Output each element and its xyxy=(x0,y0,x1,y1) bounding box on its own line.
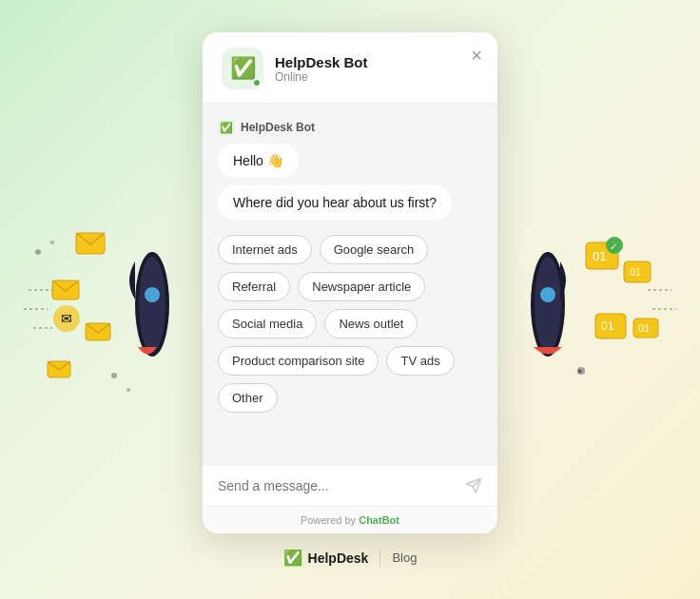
svg-rect-27 xyxy=(633,319,658,338)
svg-rect-5 xyxy=(86,323,110,340)
svg-rect-21 xyxy=(624,261,651,282)
blog-link[interactable]: Blog xyxy=(392,551,417,565)
right-decoration: 01 01 ✓ 01 01 ★ xyxy=(500,157,700,442)
bot-avatar-icon: ✅ xyxy=(230,56,256,81)
bottom-bar: ✅ HelpDesk Blog xyxy=(283,549,418,567)
bot-message-header: ✅ HelpDesk Bot xyxy=(218,119,482,136)
question-bubble: Where did you hear about us first? xyxy=(218,185,482,235)
svg-text:01: 01 xyxy=(630,266,641,278)
footer-divider xyxy=(379,550,380,567)
svg-point-16 xyxy=(531,252,565,357)
left-decoration: ✉ xyxy=(0,157,200,442)
svg-point-0 xyxy=(135,252,169,357)
svg-point-12 xyxy=(35,249,41,255)
svg-point-18 xyxy=(540,287,555,302)
chat-body: ✅ HelpDesk Bot Hello 👋 Where did you hea… xyxy=(203,104,497,465)
message-input[interactable] xyxy=(218,478,465,493)
bot-icon-small: ✅ xyxy=(218,119,235,136)
bot-info: HelpDesk Bot Online xyxy=(275,54,478,84)
svg-rect-19 xyxy=(586,242,618,269)
option-other[interactable]: Other xyxy=(218,383,278,413)
powered-by-text: Powered by xyxy=(301,514,359,526)
svg-text:01: 01 xyxy=(638,322,650,334)
powered-by-bar: Powered by ChatBot xyxy=(203,506,497,533)
svg-text:01: 01 xyxy=(593,249,606,263)
send-button[interactable] xyxy=(465,477,482,494)
close-button[interactable]: × xyxy=(471,46,482,65)
greeting-text: Hello 👋 xyxy=(218,144,299,178)
send-icon xyxy=(465,477,482,494)
question-text: Where did you hear about us first? xyxy=(218,185,452,220)
options-grid: Internet ads Google search Referral News… xyxy=(218,235,482,413)
option-referral[interactable]: Referral xyxy=(218,272,290,301)
chat-widget: ✅ HelpDesk Bot Online × ✅ HelpDesk Bot H… xyxy=(203,32,497,533)
greeting-bubble: Hello 👋 xyxy=(218,144,482,185)
helpdesk-check-icon: ✅ xyxy=(283,549,302,567)
option-product-comparison[interactable]: Product comparison site xyxy=(218,346,379,376)
svg-point-15 xyxy=(126,388,130,392)
option-news-outlet[interactable]: News outlet xyxy=(324,309,418,338)
option-tv-ads[interactable]: TV ads xyxy=(386,346,454,376)
svg-point-14 xyxy=(111,373,117,378)
svg-point-17 xyxy=(535,257,561,352)
chat-input-area xyxy=(203,465,497,506)
svg-point-13 xyxy=(50,241,54,244)
helpdesk-logo: ✅ HelpDesk xyxy=(283,549,369,567)
chat-header: ✅ HelpDesk Bot Online × xyxy=(203,32,497,104)
svg-point-1 xyxy=(139,257,165,352)
svg-rect-3 xyxy=(76,233,105,254)
bot-avatar: ✅ xyxy=(222,48,263,89)
option-social-media[interactable]: Social media xyxy=(218,309,317,338)
helpdesk-logo-text: HelpDesk xyxy=(308,551,369,566)
svg-rect-4 xyxy=(52,280,79,300)
bot-name: HelpDesk Bot xyxy=(275,54,478,70)
svg-text:01: 01 xyxy=(601,319,614,333)
chatbot-link[interactable]: ChatBot xyxy=(359,514,399,526)
svg-point-29 xyxy=(577,367,585,375)
svg-point-23 xyxy=(606,237,623,254)
svg-text:✓: ✓ xyxy=(610,242,617,252)
svg-text:★: ★ xyxy=(576,367,583,376)
svg-text:✉: ✉ xyxy=(61,311,72,326)
bot-label: HelpDesk Bot xyxy=(241,121,315,134)
svg-rect-25 xyxy=(595,314,626,338)
svg-point-7 xyxy=(53,305,80,332)
option-newspaper-article[interactable]: Newspaper article xyxy=(298,272,425,301)
svg-point-2 xyxy=(145,287,160,302)
bot-status: Online xyxy=(275,70,478,84)
option-google-search[interactable]: Google search xyxy=(320,235,429,264)
option-internet-ads[interactable]: Internet ads xyxy=(218,235,312,264)
bot-status-indicator xyxy=(252,78,262,87)
svg-rect-6 xyxy=(48,361,70,377)
